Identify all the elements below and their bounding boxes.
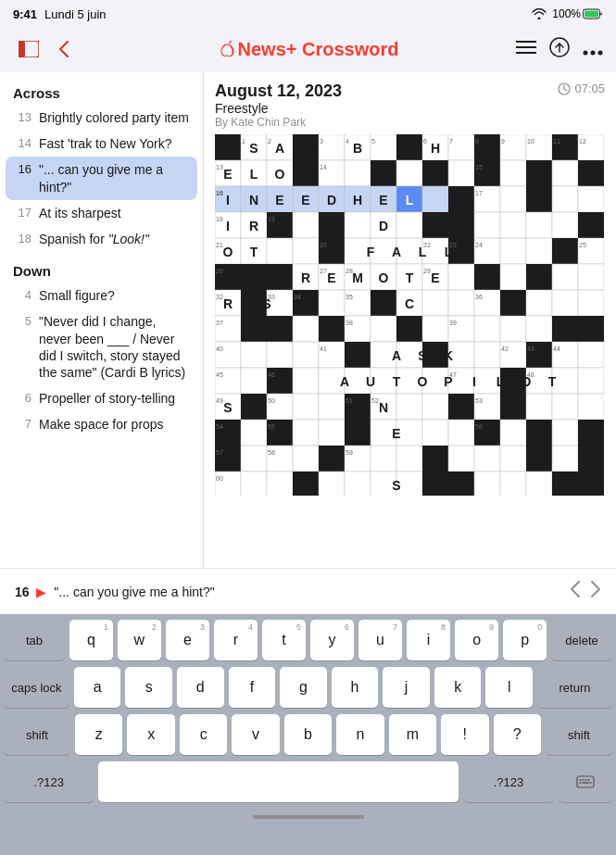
svg-text:44: 44 — [553, 346, 560, 352]
nav-bar: News+ Crossword — [0, 26, 616, 72]
list-icon-button[interactable] — [516, 39, 536, 60]
share-icon-button[interactable] — [549, 37, 570, 62]
status-bar: 9:41 Lundi 5 juin 100% — [0, 0, 616, 26]
svg-text:52: 52 — [371, 397, 379, 404]
svg-text:47: 47 — [449, 371, 457, 378]
question-key[interactable]: ? — [494, 714, 541, 755]
q-key[interactable]: 1q — [69, 620, 113, 660]
n-key[interactable]: n — [336, 714, 383, 755]
svg-text:S: S — [249, 141, 258, 156]
num-sym-right-key[interactable]: .?123 — [463, 761, 553, 802]
p-key[interactable]: 0p — [503, 620, 547, 660]
svg-text:13: 13 — [216, 164, 223, 170]
svg-text:T: T — [393, 374, 401, 389]
svg-text:38: 38 — [346, 320, 353, 326]
j-key[interactable]: j — [383, 667, 430, 708]
svg-rect-218 — [448, 472, 474, 496]
caps-lock-key[interactable]: caps lock — [4, 667, 69, 708]
svg-text:H: H — [353, 193, 362, 207]
status-indicators: 100% — [532, 7, 603, 20]
svg-point-9 — [584, 50, 588, 55]
clue-across-18[interactable]: 18 Spanish for "Look!" — [0, 226, 203, 252]
tab-key[interactable]: tab — [4, 620, 65, 660]
clue-across-13[interactable]: 13 Brightly colored party item — [0, 105, 203, 131]
sidebar-icon — [19, 41, 39, 57]
svg-rect-86 — [526, 238, 552, 264]
svg-rect-221 — [526, 472, 552, 496]
clue-across-14[interactable]: 14 Fast 'trak to New York? — [0, 131, 203, 157]
svg-text:40: 40 — [216, 346, 223, 352]
v-key[interactable]: v — [232, 714, 279, 755]
svg-text:6: 6 — [423, 138, 427, 145]
svg-point-10 — [591, 50, 596, 55]
prev-clue-button[interactable] — [570, 580, 581, 603]
svg-rect-115 — [500, 290, 526, 316]
battery-icon — [583, 8, 603, 19]
svg-text:42: 42 — [501, 346, 509, 352]
t-key[interactable]: 5t — [262, 620, 306, 660]
svg-rect-87 — [552, 238, 578, 264]
l-key[interactable]: l — [485, 667, 533, 708]
exclamation-key[interactable]: ! — [441, 714, 488, 755]
z-key[interactable]: z — [75, 714, 122, 755]
s-key[interactable]: s — [125, 667, 172, 708]
g-key[interactable]: g — [280, 667, 327, 708]
clue-down-6[interactable]: 6 Propeller of story-telling — [0, 385, 203, 411]
svg-rect-14 — [215, 134, 241, 160]
clue-across-16[interactable]: 16 "... can you give me a hint?" — [6, 157, 197, 199]
r-key[interactable]: 4r — [214, 620, 258, 660]
clue-down-7[interactable]: 7 Make space for props — [0, 411, 203, 437]
svg-rect-208 — [578, 446, 604, 472]
e-key[interactable]: 3e — [166, 620, 209, 660]
wifi-icon — [532, 8, 547, 19]
k-key[interactable]: k — [434, 667, 482, 708]
h-key[interactable]: h — [332, 667, 379, 708]
svg-text:E: E — [431, 270, 439, 285]
svg-rect-213 — [319, 472, 345, 496]
x-key[interactable]: x — [127, 714, 174, 755]
w-key[interactable]: 2w — [118, 620, 161, 660]
svg-rect-3 — [19, 41, 25, 57]
svg-rect-183 — [319, 420, 345, 446]
num-sym-left-key[interactable]: .?123 — [4, 761, 94, 802]
svg-text:49: 49 — [216, 397, 223, 404]
space-key[interactable] — [98, 761, 459, 802]
svg-rect-211 — [267, 472, 293, 496]
clue-num: 18 — [13, 231, 31, 245]
clue-num: 6 — [13, 390, 31, 405]
svg-rect-38 — [448, 160, 474, 186]
shift-right-key[interactable]: shift — [546, 714, 612, 755]
delete-key[interactable]: delete — [551, 620, 612, 660]
next-clue-button[interactable] — [590, 580, 601, 603]
a-key[interactable]: a — [74, 667, 121, 708]
return-key[interactable]: return — [537, 667, 612, 708]
clue-across-17[interactable]: 17 At its sharpest — [0, 200, 203, 226]
svg-point-11 — [598, 50, 603, 55]
clue-text: Propeller of story-telling — [39, 390, 175, 407]
svg-text:F: F — [367, 245, 375, 259]
keyboard: tab 1q 2w 3e 4r 5t 6y 7u 8i 9o 0p delete… — [0, 614, 616, 855]
clue-down-4[interactable]: 4 Small figure? — [0, 283, 203, 308]
svg-rect-203 — [448, 446, 474, 472]
i-key[interactable]: 8i — [407, 620, 450, 660]
nav-title: News+ Crossword — [218, 39, 399, 60]
sidebar-toggle-button[interactable] — [13, 33, 44, 65]
b-key[interactable]: b — [284, 714, 332, 755]
back-button[interactable] — [50, 35, 78, 63]
d-key[interactable]: d — [177, 667, 224, 708]
more-icon-button[interactable] — [583, 39, 603, 60]
clue-down-5[interactable]: 5 "Never did I change, never been ___ / … — [0, 308, 203, 385]
svg-rect-34 — [345, 160, 371, 186]
u-key[interactable]: 7u — [358, 620, 402, 660]
f-key[interactable]: f — [229, 667, 276, 708]
svg-rect-77 — [293, 238, 319, 264]
clue-num: 16 — [13, 161, 31, 176]
y-key[interactable]: 6y — [310, 620, 354, 660]
keyboard-row-1: tab 1q 2w 3e 4r 5t 6y 7u 8i 9o 0p delete — [4, 620, 612, 660]
shift-left-key[interactable]: shift — [4, 714, 70, 755]
keyboard-emoji-key[interactable] — [559, 761, 612, 802]
m-key[interactable]: m — [389, 714, 436, 755]
o-key[interactable]: 9o — [455, 620, 498, 660]
c-key[interactable]: c — [180, 714, 227, 755]
crossword-grid[interactable]: S A B H E L O O I N E E D H E L I — [215, 134, 605, 496]
